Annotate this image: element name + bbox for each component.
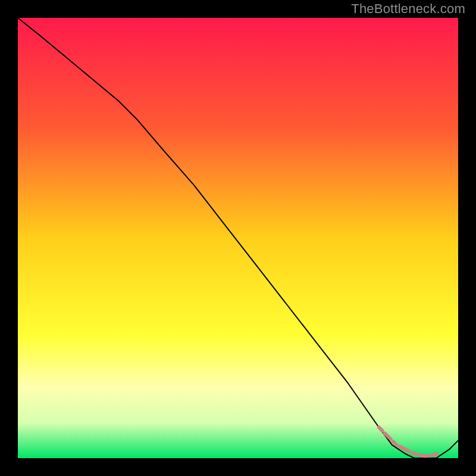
chart-svg <box>18 18 458 458</box>
watermark-text: TheBottleneck.com <box>351 1 465 17</box>
chart-stage: TheBottleneck.com <box>0 0 476 476</box>
series-optimal-range-marker-end-dot <box>434 452 439 457</box>
chart-plot-area <box>18 18 458 458</box>
chart-background-gradient <box>18 18 458 458</box>
